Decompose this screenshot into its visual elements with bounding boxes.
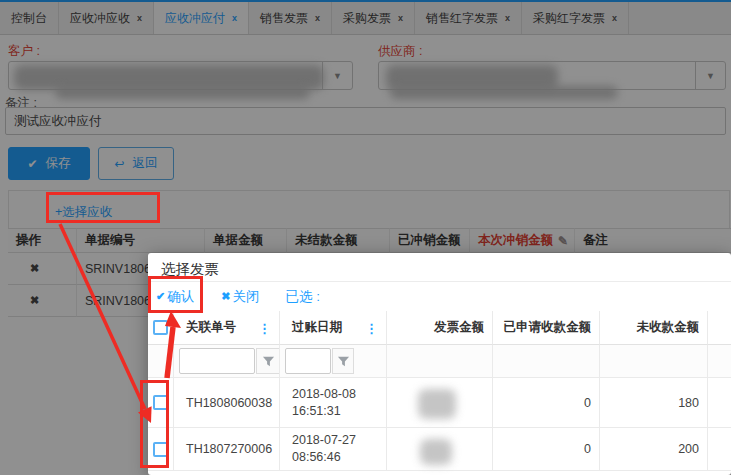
app-window: 控制台 应收冲应收 x 应收冲应付 x 销售发票 x 采购发票 x 销售红字发票… (0, 0, 731, 475)
filter-funnel-icon (262, 355, 275, 368)
unreceived-amount-cell: 200 (600, 428, 708, 471)
dialog-title: 选择发票 (161, 260, 219, 279)
posting-date-cell: 2018-08-08 16:51:31 (280, 378, 387, 428)
col-header-unreceived-amount: 未收款金额 (600, 311, 708, 345)
invoice-table-header: 关联单号 ⋮ 过账日期 ⋮ 发票金额 已申请收款金额 未收款金额 (148, 311, 731, 345)
selected-label: 已选 : (285, 288, 320, 306)
column-menu-icon[interactable]: ⋮ (258, 320, 271, 335)
col-header-related-doc-no: 关联单号 ⋮ (174, 311, 280, 345)
unreceived-amount-cell: 180 (600, 378, 708, 428)
filter-button[interactable] (332, 348, 354, 374)
check-icon: ✔ (156, 290, 165, 303)
confirm-button[interactable]: ✔ 确认 (156, 288, 194, 306)
column-menu-icon[interactable]: ⋮ (365, 320, 378, 335)
row-checkbox[interactable] (153, 442, 168, 457)
invoice-amount-redaction (418, 389, 456, 419)
col-header-posting-date: 过账日期 ⋮ (280, 311, 387, 345)
col-header-applied-receipt-amount: 已申请收款金额 (493, 311, 600, 345)
col-header-invoice-amount: 发票金额 (387, 311, 493, 345)
applied-amount-cell: 0 (493, 428, 600, 471)
related-doc-no-cell: TH1808060038 (174, 378, 280, 428)
dialog-toolbar: ✔ 确认 ✖ 关闭 已选 : (148, 281, 731, 311)
row-checkbox[interactable] (153, 395, 168, 410)
date-filter-input[interactable] (285, 348, 331, 374)
filter-button[interactable] (256, 348, 280, 374)
select-all-checkbox[interactable] (153, 320, 168, 335)
select-invoice-dialog: 选择发票 ✔ 确认 ✖ 关闭 已选 : 关联单号 ⋮ (148, 253, 731, 475)
close-icon: ✖ (221, 290, 230, 303)
posting-date-cell: 2018-07-27 08:56:46 (280, 428, 387, 471)
doc-no-filter-input[interactable] (179, 348, 255, 374)
filter-funnel-icon (337, 355, 350, 368)
invoice-amount-redaction (420, 439, 452, 465)
applied-amount-cell: 0 (493, 378, 600, 428)
filter-row (148, 345, 731, 378)
related-doc-no-cell: TH1807270006 (174, 428, 280, 471)
close-button[interactable]: ✖ 关闭 (221, 288, 259, 306)
